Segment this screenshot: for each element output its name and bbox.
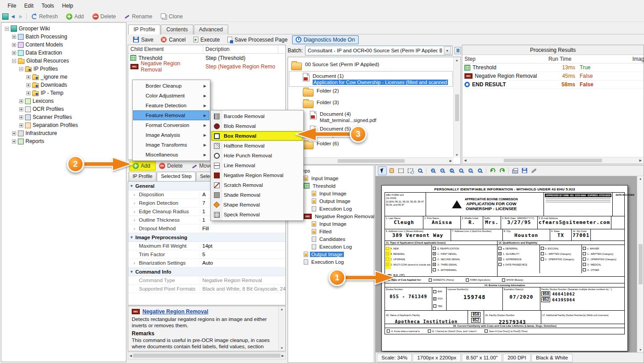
profile-toolbar-button[interactable]: Diagnostics Mode On [292, 35, 359, 44]
zoom-fit-page-icon[interactable]: □ [475, 166, 484, 175]
zoom-in-icon[interactable]: + [428, 166, 437, 175]
forward-icon[interactable]: ▶ [17, 14, 25, 19]
batch-vertical-scrollbar[interactable]: ▲▼ [453, 58, 460, 157]
expander-icon[interactable] [26, 91, 30, 95]
property-value[interactable]: Negative Region Removal [200, 278, 285, 283]
steps-tree-item[interactable]: Filled [288, 228, 374, 235]
page-tab[interactable]: Contents [161, 25, 193, 34]
property-row[interactable]: Command Type Negative Region Removal [128, 276, 285, 285]
grid-row[interactable]: Negative Region Removal Step (Negative R… [128, 62, 285, 71]
expander-icon[interactable] [26, 83, 30, 87]
scrollbar-thumb[interactable] [455, 94, 459, 121]
batch-tree-item[interactable]: 00 Source Set (Perm IP Applied) [289, 60, 452, 72]
results-column-header[interactable]: Image Modified [630, 55, 644, 63]
select-region-icon[interactable] [397, 166, 406, 175]
toolbar-button[interactable]: Refresh [29, 13, 63, 21]
tree-item[interactable]: Reports [2, 137, 126, 145]
expander-icon[interactable] [12, 35, 16, 39]
expander-icon[interactable] [19, 67, 23, 71]
tree-item[interactable]: Downloads [2, 81, 126, 89]
back-icon[interactable]: ◀ [9, 14, 17, 19]
steps-tree-item[interactable]: Candidates [288, 235, 374, 243]
menu-item[interactable]: Edit [20, 1, 38, 11]
submenu-item[interactable]: Negative Region Removal [211, 170, 303, 180]
property-row[interactable]: Maximum Fill Weight 14pt [128, 242, 285, 250]
edit-toolbar-button[interactable]: Add [130, 162, 155, 170]
reset-icon[interactable] [498, 166, 506, 175]
page-tab[interactable]: Advanced [194, 25, 228, 34]
batch-tree-item[interactable]: Document (4) Matt_terminal...signed.pdf [289, 110, 452, 124]
tree-item[interactable]: Lexicons [2, 97, 126, 105]
pan-tool-icon[interactable] [387, 166, 396, 175]
context-menu-item[interactable]: Format Conversion ▶ [133, 120, 209, 130]
steps-tree-item[interactable]: Input Image [288, 220, 374, 228]
profile-toolbar-button[interactable]: Execute [190, 36, 223, 44]
property-row[interactable]: Supported Pixel Formats Black and White,… [128, 285, 285, 293]
toolbar-button[interactable]: Rename [121, 13, 157, 21]
zoom-region-icon[interactable] [406, 166, 415, 175]
context-menu-item[interactable]: Image Transforms ▶ [133, 140, 209, 150]
save-image-icon[interactable] [520, 166, 529, 175]
help-title-link[interactable]: Negative Region Removal [142, 308, 208, 315]
tree-item[interactable]: _ignore me [2, 73, 126, 81]
tree-item[interactable]: IP - Temp [2, 89, 126, 97]
property-row[interactable]: Command Info [128, 267, 285, 276]
expander-icon[interactable] [12, 51, 16, 55]
results-row[interactable]: Threshold 13ms True [462, 63, 644, 72]
property-tab[interactable]: IP Profile [129, 172, 156, 181]
scrollbar-thumb[interactable] [338, 159, 405, 163]
menu-item[interactable]: File [4, 1, 20, 11]
magnifier-icon[interactable] [415, 166, 424, 175]
property-value[interactable]: Fill [200, 226, 285, 231]
zoom-fit-width-icon[interactable]: ↔ [456, 166, 465, 175]
profile-toolbar-button[interactable]: Cancel [158, 36, 188, 44]
tree-item[interactable]: Separation Profiles [2, 121, 126, 129]
expander-icon[interactable] [19, 99, 23, 103]
expander-icon[interactable] [19, 123, 23, 127]
tree-item[interactable]: IP Profiles [2, 65, 126, 73]
expander-icon[interactable] [12, 139, 16, 144]
tree-item[interactable]: Infrastructure [2, 129, 126, 137]
toolbar-button[interactable]: Add [63, 13, 88, 21]
batch-page-icon[interactable] [455, 47, 461, 54]
help-vertical-scrollbar[interactable]: ▲▼ [278, 307, 285, 350]
image-settings-icon[interactable] [529, 166, 538, 175]
menu-item[interactable]: Help [58, 1, 77, 11]
expander-icon[interactable] [12, 131, 16, 135]
zoom-actual-icon[interactable]: 1 [447, 166, 456, 175]
submenu-item[interactable]: Box Removal [211, 131, 303, 141]
zoom-fit-height-icon[interactable]: ↕ [466, 166, 475, 175]
toolbar-button[interactable]: Delete [90, 13, 121, 21]
grid-column-header[interactable]: Decription [203, 45, 278, 53]
steps-tree-item[interactable]: Execution Log [288, 243, 374, 250]
property-row[interactable]: Trim Factor 5 [128, 250, 285, 259]
context-menu-item[interactable]: Feature Removal ▶ [133, 110, 209, 120]
property-tab[interactable]: Selected Step [157, 172, 196, 181]
zoom-out-icon[interactable]: − [438, 166, 447, 175]
results-horizontal-scrollbar[interactable]: ◀▶ [463, 157, 643, 163]
property-row[interactable]: Binarization Settings Auto [128, 259, 285, 267]
submenu-item[interactable]: Scratch Removal [211, 180, 303, 190]
chevron-down-icon[interactable]: ▼ [444, 46, 451, 55]
submenu-item[interactable]: Shape Removal [211, 200, 303, 210]
submenu-item[interactable]: Barcode Removal [211, 111, 303, 121]
steps-tree-item[interactable]: Output Image [288, 250, 374, 258]
scroll-left-icon[interactable]: ◀ [130, 354, 132, 358]
scrollbar-thumb[interactable] [133, 354, 280, 358]
grid-column-header[interactable]: Child Element [128, 45, 203, 53]
expander-icon[interactable] [19, 115, 23, 119]
context-menu-item[interactable]: Image Analysis ▶ [133, 130, 209, 140]
tree-item[interactable]: Grooper Wiki [2, 25, 126, 33]
tree-item[interactable]: Scanner Profiles [2, 113, 126, 121]
batch-combobox[interactable]: Consultant - IP and OCR•00 Source Set (P… [305, 46, 452, 55]
tree-item[interactable]: Global Resources [2, 57, 126, 65]
expander-icon[interactable] [26, 75, 30, 79]
scrollbar-thumb[interactable] [504, 159, 602, 162]
tree-item[interactable]: Content Models [2, 41, 126, 49]
tree-item[interactable]: OCR Profiles [2, 105, 126, 113]
profile-toolbar-button[interactable]: Save Processed Page [224, 36, 291, 44]
middle-horizontal-scrollbar[interactable]: ◀ ▶ [128, 352, 286, 359]
toolbar-button[interactable]: Clone [158, 13, 188, 21]
expander-icon[interactable] [12, 43, 16, 47]
submenu-item[interactable]: Hole Punch Removal [211, 151, 303, 160]
